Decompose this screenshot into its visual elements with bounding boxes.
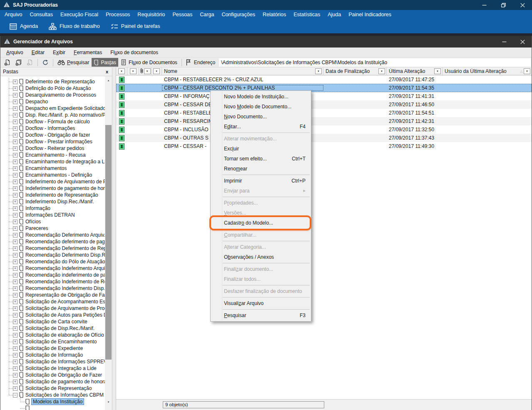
context-menu-item-novo-modelo-de-instituicao[interactable]: Novo Modelo de Instituição... [211,92,311,102]
tree-item-definicao-do-polo-de-atuacao[interactable]: +Definição do Pólo de Atuação [0,85,105,92]
new-document-model-button[interactable] [13,58,24,67]
collapse-icon[interactable]: − [13,393,17,398]
expand-icon[interactable]: + [13,193,17,198]
tree-item-partial[interactable] [0,405,105,410]
expand-icon[interactable]: + [13,166,17,171]
app-menu-ajuda[interactable]: Ajuda [324,10,345,19]
refresh-button[interactable] [40,58,51,67]
expand-icon[interactable]: + [13,93,17,98]
tree-item-encaminhamentos-definicao[interactable]: +Encaminhamentos - Definição [0,172,105,178]
expand-icon[interactable]: + [13,246,17,251]
expand-icon[interactable]: + [13,253,17,258]
app-menu-painel-indicadores[interactable]: Painel Indicadores [345,10,395,19]
folders-toggle-button[interactable]: Pastas [92,58,118,67]
file-row[interactable]: ICBPM - RESSARCIM27/09/2017 11:42:31 [116,117,532,125]
filter-dropdown-icon[interactable]: ▼ [378,68,385,74]
tree-item-encaminhamento-recusa[interactable]: +Encaminhamento - Recusa [0,152,105,158]
expand-icon[interactable]: + [13,206,17,211]
expand-icon[interactable]: + [13,100,17,104]
tree-item-recomendacao-do-polo-de-atuacao[interactable]: +Recomendação do Pólo de Atuação [0,258,105,265]
app-menu-processos[interactable]: Processos [102,10,134,19]
expand-icon[interactable]: + [13,153,17,158]
file-row[interactable]: ICBPM - OUTRAS S27/09/2017 11:37:43 [116,134,532,142]
expand-icon[interactable]: + [13,140,17,144]
tree-item-solicitacao-de-representacao[interactable]: +Solicitação de Representação [0,385,105,392]
tree-item-solicitacao-de-obrigacao-de-fazer[interactable]: +Solicitação de Obrigação de Fazer [0,372,105,378]
file-row[interactable]: ICBPM - CESSAR DE27/09/2017 11:46:50 [116,100,532,109]
expand-icon[interactable]: + [13,233,17,238]
expand-icon[interactable]: + [13,220,17,224]
expand-icon[interactable]: + [13,333,17,338]
expand-icon[interactable]: + [13,366,17,371]
filter-dropdown-icon[interactable]: ▼ [153,68,160,74]
tree-item-indeferimento-de-representacao[interactable]: +Indeferimento de Representação [0,192,105,198]
tree-item-informacao[interactable]: +Informação [0,205,105,212]
tree-item-recomendacao-indeferimento-de-pagt[interactable]: +Recomendação indeferimento de pagt [0,272,105,278]
expand-icon[interactable]: + [13,280,17,284]
expand-icon[interactable]: + [13,326,17,331]
close-icon[interactable]: x [104,69,109,74]
search-button[interactable]: Pesquisar [55,58,91,67]
tree-item-solicitacao-de-arquivamento-de-proces[interactable]: +Solicitação de Arquivamento de Proces [0,305,105,312]
expand-icon[interactable]: + [13,173,17,178]
app-menu-carga[interactable]: Carga [196,10,218,19]
tree-item-solicitacao-de-informacoes-spprev[interactable]: +Solicitação de Informações SPPREV [0,358,105,365]
file-row[interactable]: ICBPM - INFORMAÇ27/09/2017 11:41:31 [116,92,532,100]
context-menu-item-visualizar-arquivo[interactable]: Visualizar Arquivo [211,298,311,308]
app-menu-pessoas[interactable]: Pessoas [169,10,196,19]
tree-item-docflow-reiterar-pedidos[interactable]: +Docflow - Reiterar pedidos [0,145,105,152]
expand-icon[interactable]: + [13,340,17,344]
minimize-icon[interactable] [475,0,494,10]
expand-icon[interactable]: + [13,373,17,378]
expand-icon[interactable]: + [13,133,17,138]
expand-icon[interactable]: + [13,180,17,184]
tree-item-docflow-prestar-informacoes[interactable]: +Docflow - Prestar informações [0,138,105,145]
tree-item-recomendacao-indeferimento-de-repr[interactable]: +Recomendação Indeferimento de Repr [0,278,105,285]
tree-item-recomendacao-indeferimento-disp-re[interactable]: +Recomendação Indeferimento Disp.Re [0,285,105,292]
file-row[interactable]: ICBPM - CESSAR -27/09/2017 11:49:30 [116,142,532,150]
tree-item-deferimento-de-representacao[interactable]: +Deferimento de Representação [0,78,105,85]
expand-icon[interactable]: + [13,286,17,291]
tree-item-recomendacao-deferimento-disp-rec[interactable]: +Recomendação Deferimento Disp.Rec. [0,252,105,258]
expand-icon[interactable]: + [13,200,17,204]
tree-item-representacao-de-obrigacao-de-fazer[interactable]: +Representação de Obrigação de Fazer [0,292,105,298]
context-menu-item-cadastro-do-modelo[interactable]: Cadastro do Modelo... [211,218,311,228]
tree-item-recomendacao-deferimento-de-repre[interactable]: +Recomendação Deferimento de Repre [0,245,105,252]
tree-item-recomendacao-deferimento-arquiv-pr[interactable]: +Recomendação Deferimento Arquiv. Pr [0,232,105,238]
tree-item-solicitacao-de-encaminhamento[interactable]: +Solicitação de Encaminhamento [0,338,105,345]
tree-item-solicitacao-de-carta-convite[interactable]: +Solicitação de Carta convite [0,318,105,325]
expand-icon[interactable]: + [13,320,17,324]
menu-ferramentas[interactable]: Ferramentas [70,48,106,58]
expand-icon[interactable]: + [13,273,17,278]
expand-icon[interactable]: + [13,80,17,84]
tree-item-solicitacao-de-disp-rec-manif[interactable]: +Solicitação de Disp.Rec./Manif. [0,325,105,332]
expand-icon[interactable]: + [13,386,17,391]
address-input[interactable] [219,58,531,67]
tree-item-encaminhamento-de-integracao-a-lide[interactable]: +Encaminhamento de Integração a Lide [0,158,105,165]
column-last-change-user[interactable]: Usuário da Última Alteração△▼ [443,68,532,75]
context-menu-item-editar[interactable]: Editar...F4 [211,122,311,132]
tree-item-solicitacao-de-informacao[interactable]: +Solicitação de Informação [0,352,105,358]
tree-item-recomendacao-indeferimento-arquiv-i[interactable]: +Recomendação Indeferimento Arquiv. I [0,265,105,272]
tree-item-despacho-em-expediente-solicitado[interactable]: +Despacho em Expediente Solicitado [0,105,105,112]
expand-icon[interactable]: + [13,360,17,364]
context-menu-item-pesquisar[interactable]: PesquisarF3 [211,310,311,320]
tree-item-indeferimento-de-arquivamento-de-pro[interactable]: +Indeferimento de Arquivamento de Pro [0,178,105,185]
tree-item-informacoes-detran[interactable]: +Informações DETRAN [0,212,105,218]
context-menu-item-imprimir[interactable]: ImprimirCtrl+P [211,176,311,186]
menu-arquivo[interactable]: Arquivo [2,48,27,58]
panel-splitter[interactable] [112,68,116,410]
scroll-up-icon[interactable]: ▲ [105,77,112,83]
tree-item-encaminhamentos[interactable]: +Encaminhamentos [0,165,105,172]
expand-icon[interactable]: + [13,313,17,318]
expand-icon[interactable]: + [13,380,17,384]
tree-item-solicitacoes-de-informacoes-cbpm[interactable]: −Solicitações de Informações CBPM [0,392,105,398]
app-menu-configuracoes[interactable]: Configurações [218,10,259,19]
tree-item-indeferimento-disp-rec-manif[interactable]: +Indeferimento Disp.Rec./Manif. [0,198,105,205]
menu-fluxo-de-documentos[interactable]: Fluxo de documentos [106,48,162,58]
tree-item-modelos-da-instituicao[interactable]: Modelos da Instituição [0,398,105,405]
filter-dropdown-icon[interactable]: ▼ [315,68,322,74]
minimize-icon[interactable] [495,36,513,48]
app-menu-relatorios[interactable]: Relatórios [259,10,290,19]
expand-icon[interactable]: + [13,113,17,118]
